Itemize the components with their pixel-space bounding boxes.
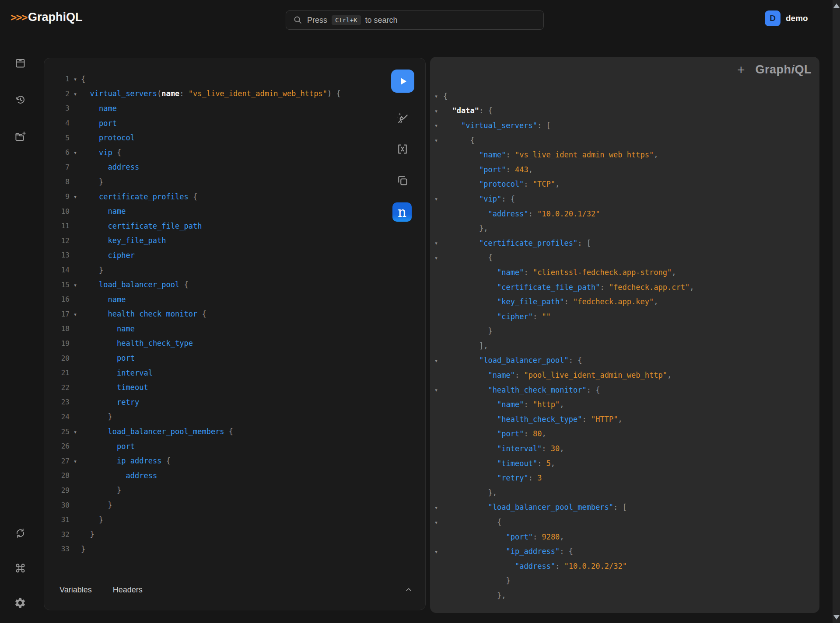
scroll-down-arrow-icon[interactable] bbox=[833, 615, 840, 620]
fold-toggle-icon[interactable]: ▾ bbox=[70, 428, 81, 435]
code-text: } bbox=[81, 486, 121, 494]
editor-code-line[interactable]: 6▾vip { bbox=[44, 145, 390, 160]
line-number: 20 bbox=[44, 354, 70, 362]
fold-toggle-icon[interactable]: ▾ bbox=[432, 195, 441, 202]
fold-toggle-icon[interactable]: ▾ bbox=[432, 240, 441, 246]
editor-code-line[interactable]: 8} bbox=[44, 174, 390, 189]
fold-toggle-icon[interactable]: ▾ bbox=[432, 122, 441, 129]
n-plugin-button[interactable]: n bbox=[392, 202, 412, 222]
page-scrollbar[interactable] bbox=[833, 0, 840, 623]
editor-code-line[interactable]: 30} bbox=[44, 498, 390, 512]
response-code-line: "timeout": 5, bbox=[430, 456, 819, 471]
prettify-icon bbox=[396, 111, 409, 124]
sidebar-item-keyboard-shortcuts[interactable] bbox=[13, 560, 28, 575]
fold-toggle-icon[interactable]: ▾ bbox=[70, 458, 81, 464]
editor-code-line[interactable]: 33} bbox=[44, 542, 390, 557]
editor-code-line[interactable]: 11certificate_file_path bbox=[44, 219, 390, 233]
editor-code-line[interactable]: 29} bbox=[44, 483, 390, 498]
fold-toggle-icon[interactable]: ▾ bbox=[432, 519, 441, 526]
code-text: "port": 443, bbox=[443, 165, 533, 174]
merge-fragments-button[interactable] bbox=[395, 142, 410, 157]
fold-toggle-icon[interactable]: ▾ bbox=[432, 386, 441, 393]
scroll-up-arrow-icon[interactable] bbox=[833, 3, 840, 8]
editor-code-line[interactable]: 26port bbox=[44, 439, 390, 454]
editor-code-line[interactable]: 3name bbox=[44, 101, 390, 116]
sidebar-item-history[interactable] bbox=[13, 92, 28, 107]
response-code-line: ▾{ bbox=[430, 515, 819, 529]
add-tab-button[interactable]: + bbox=[737, 63, 745, 77]
editor-code-line[interactable]: 16name bbox=[44, 292, 390, 307]
fold-toggle-icon[interactable]: ▾ bbox=[70, 149, 81, 156]
fold-spacer bbox=[70, 475, 81, 476]
prettify-button[interactable] bbox=[395, 110, 410, 125]
refresh-icon bbox=[14, 527, 26, 539]
tab-headers[interactable]: Headers bbox=[113, 585, 143, 595]
response-code-line: "key_file_path": "fedcheck.app.key", bbox=[430, 294, 819, 309]
user-menu[interactable]: D demo bbox=[765, 10, 808, 26]
editor-code-line[interactable]: 25▾load_balancer_pool_members { bbox=[44, 424, 390, 439]
fold-toggle-icon[interactable]: ▾ bbox=[70, 311, 81, 317]
sidebar-item-doc-explorer[interactable] bbox=[13, 56, 28, 70]
editor-code-line[interactable]: 7address bbox=[44, 160, 390, 175]
sidebar-item-settings[interactable] bbox=[13, 595, 28, 610]
fold-toggle-icon[interactable]: ▾ bbox=[432, 357, 441, 364]
editor-code-line[interactable]: 18name bbox=[44, 321, 390, 336]
response-code-line: "address": "10.0.20.2/32" bbox=[430, 559, 819, 574]
execute-button[interactable] bbox=[391, 70, 414, 93]
copy-icon bbox=[396, 174, 409, 187]
fold-toggle-icon[interactable]: ▾ bbox=[432, 93, 441, 99]
editor-code-line[interactable]: 15▾load_balancer_pool { bbox=[44, 277, 390, 292]
editor-code-line[interactable]: 32} bbox=[44, 527, 390, 542]
collapse-tools-button[interactable] bbox=[404, 585, 413, 594]
tab-variables[interactable]: Variables bbox=[60, 585, 92, 595]
editor-code-line[interactable]: 20port bbox=[44, 351, 390, 365]
gear-icon bbox=[14, 597, 26, 609]
editor-code-line[interactable]: 23retry bbox=[44, 395, 390, 410]
fold-toggle-icon[interactable]: ▾ bbox=[70, 90, 81, 97]
editor-code-line[interactable]: 24} bbox=[44, 410, 390, 425]
response-code-line: ▾"data": { bbox=[430, 104, 819, 118]
code-text: "retry": 3 bbox=[443, 473, 542, 482]
chevron-up-icon bbox=[404, 585, 413, 594]
editor-code-line[interactable]: 9▾certificate_profiles { bbox=[44, 189, 390, 204]
fold-toggle-icon[interactable]: ▾ bbox=[70, 193, 81, 200]
editor-code-line[interactable]: 4port bbox=[44, 116, 390, 131]
editor-code-line[interactable]: 28address bbox=[44, 468, 390, 483]
code-text: load_balancer_pool_members { bbox=[81, 427, 233, 436]
fold-toggle-icon[interactable]: ▾ bbox=[432, 504, 441, 511]
search-shortcut-kbd: Ctrl+K bbox=[332, 15, 361, 25]
fold-toggle-icon[interactable]: ▾ bbox=[432, 137, 441, 143]
editor-code-line[interactable]: 1▾{ bbox=[44, 72, 390, 87]
sidebar-item-collections[interactable] bbox=[13, 129, 28, 144]
line-number: 7 bbox=[44, 163, 70, 171]
editor-code-line[interactable]: 12key_file_path bbox=[44, 233, 390, 248]
brand-chevrons-icon[interactable]: >>> bbox=[10, 11, 27, 24]
sidebar-item-refetch-schema[interactable] bbox=[13, 526, 28, 540]
editor-code-line[interactable]: 21interval bbox=[44, 365, 390, 380]
editor-code-line[interactable]: 31} bbox=[44, 512, 390, 527]
editor-code-line[interactable]: 2▾virtual_servers(name: "vs_live_ident_a… bbox=[44, 87, 390, 101]
editor-code-line[interactable]: 19health_check_type bbox=[44, 336, 390, 351]
query-editor[interactable]: 1▾{2▾virtual_servers(name: "vs_live_iden… bbox=[44, 72, 390, 557]
fold-spacer bbox=[432, 448, 441, 449]
editor-code-line[interactable]: 14} bbox=[44, 263, 390, 278]
editor-code-line[interactable]: 27▾ip_address { bbox=[44, 453, 390, 468]
merge-icon bbox=[396, 143, 409, 156]
fold-toggle-icon[interactable]: ▾ bbox=[70, 282, 81, 288]
search-input[interactable]: Press Ctrl+K to search bbox=[286, 10, 544, 30]
editor-code-line[interactable]: 22timeout bbox=[44, 380, 390, 395]
editor-code-line[interactable]: 5protocol bbox=[44, 130, 390, 145]
code-text: "key_file_path": "fedcheck.app.key", bbox=[443, 297, 658, 306]
response-code-line: } bbox=[430, 574, 819, 588]
fold-toggle-icon[interactable]: ▾ bbox=[432, 108, 441, 114]
code-text: address bbox=[81, 163, 139, 171]
editor-code-line[interactable]: 10name bbox=[44, 204, 390, 219]
fold-toggle-icon[interactable]: ▾ bbox=[70, 76, 81, 82]
editor-code-line[interactable]: 13cipher bbox=[44, 248, 390, 263]
editor-code-line[interactable]: 17▾health_check_monitor { bbox=[44, 307, 390, 322]
response-code-line: }, bbox=[430, 588, 819, 603]
fold-toggle-icon[interactable]: ▾ bbox=[432, 548, 441, 555]
fold-toggle-icon[interactable]: ▾ bbox=[432, 254, 441, 261]
copy-query-button[interactable] bbox=[395, 173, 410, 188]
code-text: port bbox=[81, 442, 135, 451]
